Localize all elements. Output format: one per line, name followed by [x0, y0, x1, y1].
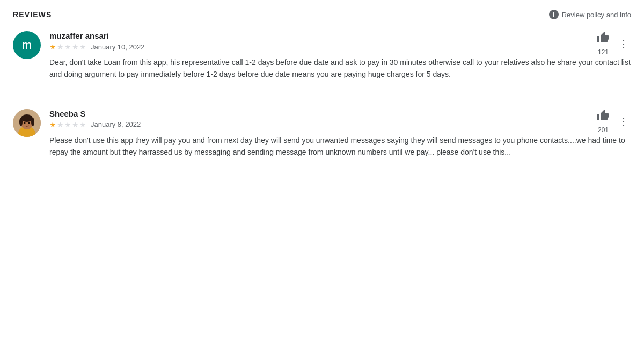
review-actions: 121 ⋮: [597, 31, 631, 56]
review-date: January 8, 2022: [91, 120, 141, 128]
svg-point-5: [19, 118, 23, 126]
more-options-icon[interactable]: ⋮: [616, 114, 631, 129]
star-1: ★: [49, 42, 56, 51]
thumbs-up-icon[interactable]: [597, 109, 610, 125]
review-meta: ★ ★ ★ ★ ★ January 10, 2022: [49, 42, 144, 51]
divider: [13, 96, 631, 96]
thumbs-up-container: 201: [597, 109, 610, 134]
avatar-letter: m: [22, 38, 32, 52]
thumbs-up-icon[interactable]: [597, 31, 610, 47]
reviews-title: REVIEWS: [13, 10, 52, 19]
reviews-header: REVIEWS i Review policy and info: [13, 10, 631, 19]
avatar: [13, 109, 41, 137]
star-rating: ★ ★ ★ ★ ★: [49, 120, 86, 129]
star-2: ★: [57, 120, 64, 129]
reviewer-name: Sheeba S: [49, 109, 141, 118]
more-options-icon[interactable]: ⋮: [616, 36, 631, 51]
review-meta-block: Sheeba S ★ ★ ★ ★ ★ January 8, 2022: [49, 109, 141, 134]
thumbs-up-container: 121: [597, 31, 610, 56]
review-content: Sheeba S ★ ★ ★ ★ ★ January 8, 2022: [49, 109, 631, 158]
info-icon: i: [549, 10, 559, 19]
star-4: ★: [72, 42, 79, 51]
star-1: ★: [49, 120, 56, 129]
reviews-container: REVIEWS i Review policy and info m muzaf…: [0, 0, 644, 183]
star-4: ★: [72, 120, 79, 129]
avatar: m: [13, 31, 41, 59]
review-meta-block: muzaffer ansari ★ ★ ★ ★ ★ January 10, 20…: [49, 31, 144, 56]
reviewer-name: muzaffer ansari: [49, 31, 144, 40]
review-meta: ★ ★ ★ ★ ★ January 8, 2022: [49, 120, 141, 129]
review-item: Sheeba S ★ ★ ★ ★ ★ January 8, 2022: [13, 109, 631, 158]
star-3: ★: [64, 42, 71, 51]
star-3: ★: [64, 120, 71, 129]
svg-point-4: [21, 114, 33, 122]
review-actions: 201 ⋮: [597, 109, 631, 134]
review-policy-link[interactable]: i Review policy and info: [549, 10, 631, 19]
star-5: ★: [79, 120, 86, 129]
review-header-row: Sheeba S ★ ★ ★ ★ ★ January 8, 2022: [49, 109, 631, 134]
review-text: Please don't use this app they will pay …: [49, 134, 631, 158]
svg-point-6: [31, 118, 34, 126]
review-item: m muzaffer ansari ★ ★ ★ ★ ★ January 10, …: [13, 31, 631, 81]
star-2: ★: [57, 42, 64, 51]
review-policy-text: Review policy and info: [562, 11, 631, 19]
review-content: muzaffer ansari ★ ★ ★ ★ ★ January 10, 20…: [49, 31, 631, 81]
star-rating: ★ ★ ★ ★ ★: [49, 42, 86, 51]
svg-point-8: [28, 122, 30, 124]
review-date: January 10, 2022: [91, 43, 144, 51]
review-text: Dear, don't take Loan from this app, his…: [49, 56, 631, 81]
thumbs-count: 121: [598, 48, 609, 56]
review-header-row: muzaffer ansari ★ ★ ★ ★ ★ January 10, 20…: [49, 31, 631, 56]
thumbs-count: 201: [598, 126, 609, 134]
star-5: ★: [79, 42, 86, 51]
svg-point-7: [24, 122, 26, 124]
